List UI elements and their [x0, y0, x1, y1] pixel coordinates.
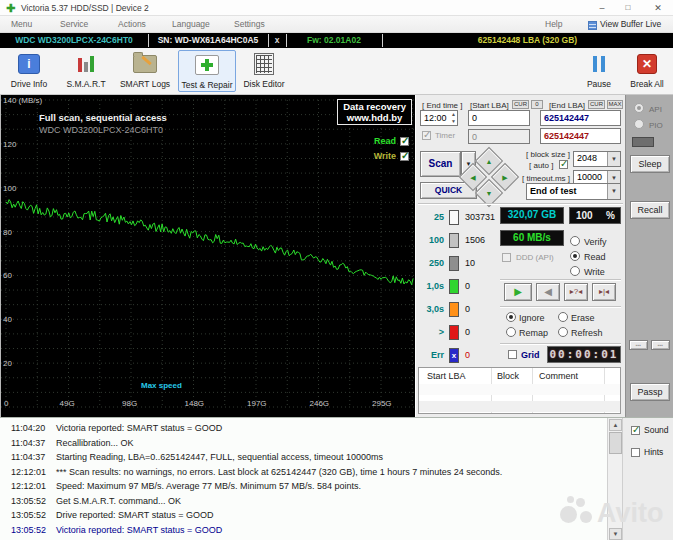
- sound-label: Sound: [644, 425, 669, 435]
- chevron-down-icon: ▼: [607, 184, 620, 199]
- sound-option[interactable]: Sound: [631, 425, 669, 435]
- hints-checkbox[interactable]: [631, 448, 640, 457]
- menu-item-service[interactable]: Service: [60, 19, 88, 29]
- pause-button[interactable]: Pause: [580, 50, 618, 92]
- y-tick-label: 60: [3, 271, 12, 280]
- log-row[interactable]: 13:05:52Victoria reported: SMART status …: [0, 525, 600, 539]
- action-ignore-radio[interactable]: [506, 312, 516, 322]
- action-erase-radio[interactable]: [558, 312, 568, 322]
- scroll-thumb[interactable]: [609, 432, 622, 454]
- log-scrollbar[interactable]: ▲ ▼: [607, 418, 622, 540]
- start-lba-zero-button[interactable]: 0: [531, 100, 543, 109]
- action-remap-radio[interactable]: [506, 327, 516, 337]
- drive-info-button[interactable]: i Drive Info: [2, 50, 56, 92]
- counter-color-square: [449, 279, 459, 294]
- mode-write-radio[interactable]: [570, 266, 580, 276]
- recall-button[interactable]: Recall: [630, 201, 670, 219]
- hddby-banner: Data recovery www.hdd.by: [337, 99, 412, 125]
- graph-canvas: [1, 95, 416, 417]
- mode-read-radio[interactable]: [570, 251, 580, 261]
- log-row[interactable]: 13:05:52Get S.M.A.R.T. command... OK: [0, 496, 600, 510]
- minimize-button[interactable]: –: [594, 2, 610, 14]
- close-button[interactable]: ✕: [650, 2, 666, 14]
- mini-button-2[interactable]: ▪▪▪: [651, 340, 670, 350]
- hints-option[interactable]: Hints: [631, 447, 663, 457]
- scroll-down-icon[interactable]: ▼: [609, 528, 622, 540]
- disk-editor-icon: [251, 51, 277, 77]
- write-checkbox[interactable]: [400, 152, 409, 161]
- end-lba-input[interactable]: 625142447: [540, 110, 621, 126]
- log-message: Victoria reported: SMART status = GOOD: [56, 525, 222, 535]
- log-row[interactable]: 11:04:20Victoria reported: SMART status …: [0, 423, 600, 437]
- log-row[interactable]: 11:04:37Starting Reading, LBA=0..6251424…: [0, 452, 600, 466]
- counter-value: 0: [465, 281, 470, 291]
- end-lba-cur-button[interactable]: CUR: [588, 100, 605, 109]
- back-button[interactable]: ◀: [536, 283, 560, 301]
- end-time-spinner[interactable]: ▲▼: [451, 111, 456, 125]
- action-erase-label: Erase: [571, 313, 595, 323]
- log-row[interactable]: 12:12:01Speed: Maximum 97 MB/s. Average …: [0, 481, 600, 495]
- defect-table[interactable]: Start LBA Block Comment: [418, 367, 621, 414]
- end-of-test-dropdown[interactable]: End of test ▼: [526, 183, 621, 200]
- scroll-up-icon[interactable]: ▲: [609, 419, 622, 431]
- counter-value: 0: [465, 304, 470, 314]
- y-tick-label: 20: [3, 359, 12, 368]
- disk-editor-button[interactable]: Disk Editor: [238, 50, 290, 92]
- log-row[interactable]: 11:04:37Recallibration... OK: [0, 438, 600, 452]
- menu-item-settings[interactable]: Settings: [234, 19, 265, 29]
- start-test-button[interactable]: ▶: [504, 283, 532, 301]
- ddd-api-checkbox[interactable]: [502, 253, 511, 262]
- end-lba-max-button[interactable]: MAX: [607, 100, 623, 109]
- log-row[interactable]: 12:12:01*** Scan results: no warnings, n…: [0, 467, 600, 481]
- start-lba-input[interactable]: 0: [468, 110, 530, 126]
- pause-icon: [586, 51, 612, 77]
- auto-checkbox[interactable]: [559, 160, 568, 169]
- action-refresh-radio[interactable]: [558, 327, 568, 337]
- elapsed-time-display: 00:00:01: [547, 346, 621, 363]
- read-checkbox[interactable]: [400, 137, 409, 146]
- scan-button[interactable]: Scan: [420, 151, 461, 177]
- smart-logs-button[interactable]: SMART Logs: [114, 50, 176, 92]
- log-timestamp: 13:05:52: [11, 510, 46, 520]
- menu-item-actions[interactable]: Actions: [118, 19, 146, 29]
- block-size-dropdown[interactable]: 2048 ▼: [573, 151, 621, 167]
- menu-item-help[interactable]: Help: [545, 19, 562, 29]
- log-area: 11:04:20Victoria reported: SMART status …: [0, 417, 673, 540]
- log-row[interactable]: 13:05:52Drive reported: SMART status = G…: [0, 510, 600, 524]
- maximize-button[interactable]: □: [620, 2, 636, 14]
- counter-label: 100: [416, 235, 444, 245]
- log-message: Drive reported: SMART status = GOOD: [56, 510, 213, 520]
- api-radio[interactable]: [634, 103, 644, 113]
- end-time-input[interactable]: 12:00 ▲▼: [420, 110, 458, 126]
- sound-checkbox[interactable]: [631, 426, 640, 435]
- read-legend: Read: [374, 136, 409, 146]
- pio-radio[interactable]: [634, 119, 644, 129]
- break-all-button[interactable]: ✕ Break All: [624, 50, 670, 92]
- speed-display: 60 MB/s: [500, 230, 564, 246]
- start-lba-cur-button[interactable]: CUR: [512, 100, 529, 109]
- timer-checkbox[interactable]: [422, 131, 431, 140]
- drive-x-flag[interactable]: x: [268, 33, 286, 48]
- y-tick-label: 100: [3, 184, 16, 193]
- menu-item-language[interactable]: Language: [172, 19, 210, 29]
- test-repair-button[interactable]: Test & Repair: [178, 50, 236, 92]
- sleep-button[interactable]: Sleep: [630, 155, 670, 173]
- counter-color-square: [449, 210, 459, 225]
- mini-button-1[interactable]: ▪▪▪: [629, 340, 648, 350]
- drive-model: WDC WD3200LPCX-24C6HT0: [0, 33, 148, 48]
- mode-read-label: Read: [584, 252, 606, 262]
- mode-verify-radio[interactable]: [570, 236, 580, 246]
- indicator-button[interactable]: [632, 137, 654, 147]
- menu-item-menu[interactable]: Menu: [11, 19, 32, 29]
- x-tick-label: 49G: [60, 399, 75, 408]
- passp-button[interactable]: Passp: [630, 383, 670, 401]
- random-seek-button[interactable]: ▸?◂: [564, 283, 588, 301]
- timeout-label: [ timeout.ms ]: [522, 174, 570, 183]
- log-message: Speed: Maximum 97 MB/s. Average 77 MB/s.…: [56, 481, 361, 491]
- grid-checkbox[interactable]: [508, 350, 517, 359]
- view-buffer-live[interactable]: View Buffer Live: [600, 19, 661, 29]
- butterfly-seek-button[interactable]: ▸|◂: [592, 283, 616, 301]
- drive-capacity: 625142448 LBA (320 GB): [382, 33, 673, 48]
- end-lba-input-2[interactable]: 625142447: [540, 128, 621, 144]
- smart-button[interactable]: S.M.A.R.T: [60, 50, 112, 92]
